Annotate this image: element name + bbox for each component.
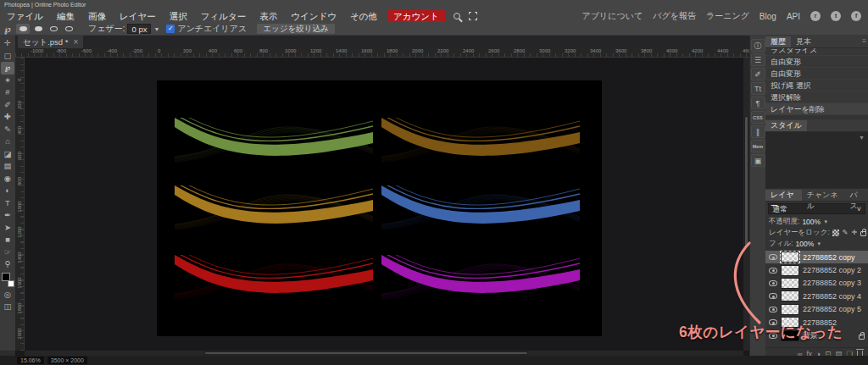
paragraph-icon[interactable]: ¶ xyxy=(751,97,765,109)
visibility-eye-icon[interactable] xyxy=(769,307,777,312)
memory-icon[interactable]: Mem xyxy=(751,140,765,152)
search-button[interactable] xyxy=(453,13,460,19)
fill-dropdown-icon[interactable]: ▼ xyxy=(816,241,821,246)
hand-tool[interactable]: ☞ xyxy=(1,246,14,259)
zoom-level[interactable]: 15.06% xyxy=(17,357,44,364)
lock-transparency-icon[interactable] xyxy=(832,230,839,236)
layer-thumbnail[interactable] xyxy=(781,290,799,301)
tab-paths[interactable]: パス xyxy=(845,190,868,201)
tab-history[interactable]: 履歴 xyxy=(765,36,791,47)
css-icon[interactable]: CSS xyxy=(751,111,765,124)
link-learn[interactable]: ラーニング xyxy=(706,10,749,22)
menu-item-2[interactable]: 画像 xyxy=(81,9,113,23)
link-about[interactable]: アプリについて xyxy=(582,10,643,22)
menu-item-0[interactable]: ファイル xyxy=(0,9,50,23)
history-item[interactable]: レイヤーを削除 xyxy=(765,103,868,115)
edit-icon[interactable]: ✐ xyxy=(751,68,765,80)
history-item[interactable]: 自由変形 xyxy=(765,56,868,68)
vertical-scrollbar-thumb[interactable] xyxy=(744,116,748,248)
layer-thumbnail[interactable] xyxy=(781,278,799,289)
visibility-eye-icon[interactable] xyxy=(769,280,777,286)
feather-dropdown-icon[interactable]: ▼ xyxy=(153,26,159,32)
layer-thumbnail[interactable] xyxy=(781,304,799,315)
visibility-eye-icon[interactable] xyxy=(769,268,777,274)
tab-styles[interactable]: スタイル xyxy=(765,120,807,131)
visibility-eye-icon[interactable] xyxy=(769,293,777,299)
select-tool[interactable]: ▢ xyxy=(1,50,14,63)
background-color-swatch[interactable] xyxy=(8,280,14,287)
link-blog[interactable]: Blog xyxy=(760,12,776,21)
quick-mask-toggle[interactable]: ◎ xyxy=(1,289,14,301)
magic-wand-tool[interactable]: ✶ xyxy=(1,75,14,87)
opacity-dropdown-icon[interactable]: ▼ xyxy=(823,219,828,224)
feather-input[interactable]: 0 px xyxy=(127,24,151,34)
history-item[interactable]: 投げ縄 選択 xyxy=(765,80,868,91)
tab-swatches[interactable]: 見本 xyxy=(791,36,816,47)
menu-item-6[interactable]: 表示 xyxy=(253,9,284,23)
link-api[interactable]: API xyxy=(787,12,800,21)
antialias-checkbox[interactable]: ✓ xyxy=(166,25,175,33)
fill-value[interactable]: 100% xyxy=(795,240,814,248)
history-item[interactable]: 選択解除 xyxy=(765,91,868,103)
layer-row[interactable]: 22788852 copy 4 xyxy=(765,290,868,302)
fullscreen-button[interactable] xyxy=(469,12,477,20)
guides-icon[interactable]: ∥ xyxy=(751,125,765,138)
path-select-tool[interactable]: ➤ xyxy=(1,222,14,235)
history-item[interactable]: 自由変形 xyxy=(765,68,868,80)
reddit-icon[interactable]: r xyxy=(810,11,821,21)
account-button[interactable]: アカウント xyxy=(387,10,445,22)
document-tab[interactable]: セット.psd * × xyxy=(18,36,83,48)
crop-tool[interactable]: # xyxy=(1,86,14,99)
layer-thumbnail[interactable] xyxy=(781,252,799,263)
layer-row[interactable]: 22788852 copy 5 xyxy=(765,303,868,316)
tab-layers[interactable]: レイヤー xyxy=(765,190,802,201)
facebook-icon[interactable]: f xyxy=(851,11,861,21)
eraser-tool[interactable]: ◪ xyxy=(1,148,14,161)
link-report-bug[interactable]: バグを報告 xyxy=(653,10,696,22)
selection-subtract-button[interactable] xyxy=(47,24,60,34)
menu-item-5[interactable]: フィルター xyxy=(194,9,253,23)
screen-mode-toggle[interactable]: ◫ xyxy=(1,301,14,313)
character-icon[interactable]: Tt xyxy=(751,82,765,95)
layer-row[interactable]: 22788852 copy 3 xyxy=(765,277,868,290)
styles-filter-icon[interactable]: ▼ xyxy=(859,135,865,141)
menu-item-4[interactable]: 選択 xyxy=(163,9,194,23)
lock-pixels-icon[interactable]: ✎ xyxy=(843,229,849,236)
adjustments-icon[interactable]: ☰ xyxy=(751,53,765,66)
horizontal-scrollbar-thumb[interactable] xyxy=(204,351,528,355)
gradient-tool[interactable]: ▤ xyxy=(1,160,14,173)
selection-add-button[interactable] xyxy=(31,24,45,34)
clone-stamp-tool[interactable]: ⌂ xyxy=(1,135,14,148)
blur-tool[interactable]: ◉ xyxy=(1,173,14,185)
lock-all-icon[interactable] xyxy=(860,231,866,236)
menu-item-8[interactable]: その他 xyxy=(343,9,384,23)
dodge-tool[interactable]: ◐ xyxy=(1,185,14,197)
document-canvas[interactable] xyxy=(157,80,602,336)
type-tool[interactable]: T xyxy=(1,197,14,210)
image-icon[interactable]: ▣ xyxy=(751,154,765,167)
brush-tool[interactable]: ✎ xyxy=(1,124,14,136)
refine-edge-button[interactable]: エッジを絞り込み xyxy=(257,24,334,34)
layer-thumbnail[interactable] xyxy=(781,265,799,276)
menu-item-1[interactable]: 編集 xyxy=(50,9,81,23)
twitter-icon[interactable]: t xyxy=(831,11,841,21)
tab-channels[interactable]: チャンネル xyxy=(802,190,845,201)
panel-menu-icon[interactable]: ≡ xyxy=(862,37,866,45)
rectangle-tool[interactable]: ■ xyxy=(1,234,14,246)
pen-tool[interactable]: ✒ xyxy=(1,209,14,222)
layer-row[interactable]: 22788852 copy 2 xyxy=(765,263,868,276)
menu-item-3[interactable]: レイヤー xyxy=(113,9,163,23)
lock-position-icon[interactable]: ✛ xyxy=(851,229,857,236)
eyedropper-tool[interactable]: ✐ xyxy=(1,99,14,112)
lasso-tool[interactable]: ℘ xyxy=(1,62,14,75)
color-swatches[interactable] xyxy=(2,273,14,287)
layer-row[interactable]: 22788852 copy xyxy=(765,251,868,263)
selection-new-button[interactable] xyxy=(16,24,30,34)
history-item[interactable]: ラスタライズ xyxy=(765,48,868,56)
selection-intersect-button[interactable] xyxy=(62,24,75,34)
menu-item-7[interactable]: ウインドウ xyxy=(284,9,343,23)
visibility-eye-icon[interactable] xyxy=(769,254,777,260)
healing-tool[interactable]: ✚ xyxy=(1,111,14,124)
close-tab-icon[interactable]: × xyxy=(73,36,78,48)
opacity-value[interactable]: 100% xyxy=(802,218,821,226)
